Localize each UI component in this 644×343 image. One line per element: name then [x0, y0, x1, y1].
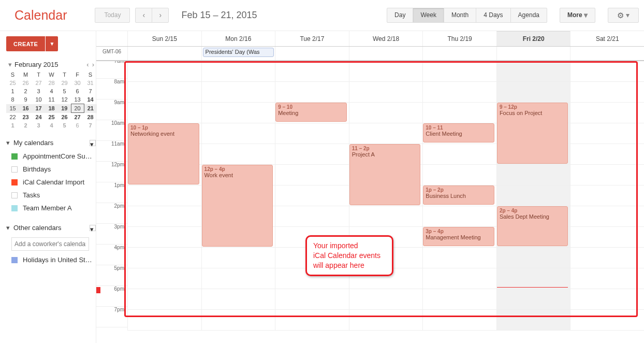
day-column[interactable]: 12p – 4pWork event — [201, 61, 275, 331]
minical-day[interactable]: 2 — [19, 121, 32, 130]
minical-day[interactable]: 1 — [6, 87, 19, 95]
day-header[interactable]: Wed 2/18 — [349, 31, 423, 46]
calendar-item[interactable]: Birthdays — [6, 163, 96, 176]
calendar-event[interactable]: 1p – 2pBusiness Lunch — [423, 185, 494, 205]
minical-day[interactable]: 23 — [19, 113, 32, 122]
allday-cell[interactable] — [496, 47, 570, 60]
day-header[interactable]: Tue 2/17 — [275, 31, 349, 46]
calendar-item[interactable]: Team Member A — [6, 202, 96, 215]
calendar-item[interactable]: iCal Calendar Import — [6, 176, 96, 189]
create-button[interactable]: CREATE — [6, 36, 45, 51]
day-header[interactable]: Thu 2/19 — [422, 31, 496, 46]
minical-day[interactable]: 18 — [45, 104, 58, 113]
minical-day[interactable]: 24 — [32, 113, 45, 122]
minical-day[interactable]: 25 — [6, 79, 19, 87]
allday-cell[interactable] — [349, 47, 423, 60]
minical-day[interactable]: 7 — [84, 121, 97, 130]
calendar-event[interactable]: 10 – 1pNetworking event — [128, 123, 199, 184]
minical-day[interactable]: 25 — [45, 113, 58, 122]
allday-cell[interactable]: Presidents' Day (Was — [201, 47, 275, 60]
minical-day[interactable]: 14 — [84, 95, 97, 104]
minical-day[interactable]: 22 — [6, 113, 19, 122]
allday-cell[interactable] — [275, 47, 349, 60]
view-agenda[interactable]: Agenda — [510, 8, 547, 23]
minical-day[interactable]: 21 — [84, 104, 97, 113]
mini-calendar[interactable]: SMTWTFS 25262728293031123456789101112131… — [6, 70, 97, 130]
minical-day[interactable]: 28 — [45, 79, 58, 87]
view-day[interactable]: Day — [387, 8, 413, 23]
minical-day[interactable]: 26 — [19, 79, 32, 87]
create-dropdown[interactable]: ▼ — [46, 36, 58, 51]
add-coworker-input[interactable] — [11, 237, 89, 251]
minical-day[interactable]: 10 — [32, 95, 45, 104]
view-month[interactable]: Month — [444, 8, 476, 23]
minical-day[interactable]: 11 — [45, 95, 58, 104]
calendar-event[interactable]: 12p – 4pWork event — [202, 165, 273, 247]
minical-day[interactable]: 27 — [32, 79, 45, 87]
calendar-item[interactable]: Holidays in United St… — [6, 253, 96, 266]
minical-day[interactable]: 5 — [58, 87, 71, 95]
minical-day[interactable]: 31 — [84, 79, 97, 87]
dropdown-icon[interactable]: ▾ — [90, 140, 96, 146]
day-column[interactable]: 10 – 1pNetworking event — [127, 61, 201, 331]
minical-day[interactable]: 20 — [71, 104, 84, 113]
view-week[interactable]: Week — [413, 8, 444, 23]
minical-day[interactable]: 8 — [6, 95, 19, 104]
minical-day[interactable]: 5 — [58, 121, 71, 130]
minical-day[interactable]: 19 — [58, 104, 71, 113]
day-header[interactable]: Sun 2/15 — [127, 31, 201, 46]
day-column[interactable]: 10 – 11Client Meeting1p – 2pBusiness Lun… — [422, 61, 496, 331]
more-button[interactable]: More ▾ — [560, 8, 595, 23]
minical-day[interactable]: 6 — [71, 121, 84, 130]
minical-prev[interactable]: ‹ — [85, 61, 90, 68]
minical-day[interactable]: 6 — [71, 87, 84, 95]
minical-day[interactable]: 3 — [32, 121, 45, 130]
calendar-event[interactable]: 10 – 11Client Meeting — [423, 123, 494, 142]
calendar-event[interactable]: 9 – 12pFocus on Project — [497, 103, 568, 164]
minical-day[interactable]: 1 — [6, 121, 19, 130]
minical-day[interactable]: 28 — [84, 113, 97, 122]
minical-day[interactable]: 29 — [58, 79, 71, 87]
calendar-event[interactable]: 9 – 10Meeting — [275, 103, 347, 122]
view-4days[interactable]: 4 Days — [476, 8, 510, 23]
allday-cell[interactable] — [127, 47, 201, 60]
calendar-item[interactable]: AppointmentCore Su… — [6, 150, 96, 163]
day-header[interactable]: Fri 2/20 — [496, 31, 570, 46]
calendar-item[interactable]: Tasks — [6, 189, 96, 202]
day-header[interactable]: Mon 2/16 — [201, 31, 275, 46]
dropdown-icon[interactable]: ▾ — [90, 225, 96, 231]
minical-day[interactable]: 7 — [84, 87, 97, 95]
minical-day[interactable]: 16 — [19, 104, 32, 113]
minical-day[interactable]: 26 — [58, 113, 71, 122]
day-column[interactable]: 11 – 2pProject A — [349, 61, 423, 331]
minical-day[interactable]: 9 — [19, 95, 32, 104]
chevron-down-icon[interactable]: ▾ — [6, 61, 13, 68]
minical-day[interactable]: 30 — [71, 79, 84, 87]
allday-cell[interactable] — [422, 47, 496, 60]
minical-day[interactable]: 2 — [19, 87, 32, 95]
day-column[interactable]: 9 – 10Meeting — [275, 61, 349, 331]
minical-day[interactable]: 12 — [58, 95, 71, 104]
minical-day[interactable]: 3 — [32, 87, 45, 95]
allday-cell[interactable] — [570, 47, 644, 60]
calendar-event[interactable]: 3p – 4pManagement Meeting — [423, 227, 494, 246]
calendar-event[interactable]: 11 – 2pProject A — [349, 144, 421, 205]
day-column[interactable]: 9 – 12pFocus on Project2p – 4pSales Dept… — [496, 61, 570, 331]
next-button[interactable]: › — [152, 8, 169, 23]
my-calendars-toggle[interactable]: ▾ My calendars ▾ — [6, 139, 96, 147]
prev-button[interactable]: ‹ — [135, 8, 152, 23]
day-column[interactable] — [570, 61, 644, 331]
minical-day[interactable]: 15 — [6, 104, 19, 113]
day-header[interactable]: Sat 2/21 — [570, 31, 644, 46]
minical-next[interactable]: › — [91, 61, 96, 68]
minical-day[interactable]: 4 — [45, 121, 58, 130]
settings-button[interactable]: ⚙ ▾ — [608, 8, 639, 23]
minical-day[interactable]: 27 — [71, 113, 84, 122]
allday-event[interactable]: Presidents' Day (Was — [203, 48, 274, 57]
other-calendars-toggle[interactable]: ▾ Other calendars ▾ — [6, 224, 96, 232]
today-button[interactable]: Today — [95, 8, 130, 23]
minical-day[interactable]: 4 — [45, 87, 58, 95]
calendar-event[interactable]: 2p – 4pSales Dept Meeting — [497, 206, 568, 246]
minical-day[interactable]: 17 — [32, 104, 45, 113]
minical-day[interactable]: 13 — [71, 95, 84, 104]
